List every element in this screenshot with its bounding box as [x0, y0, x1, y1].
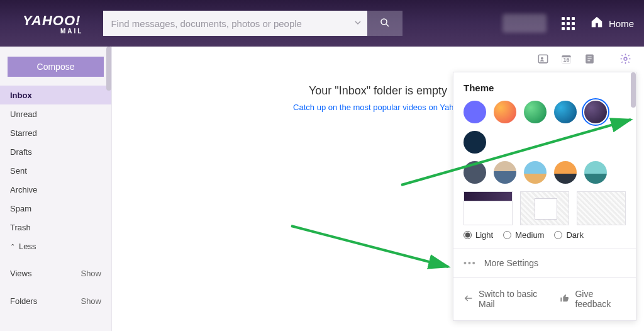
sidebar-item-label: Archive [10, 185, 37, 194]
sidebar-section-label: Views [10, 269, 31, 278]
sidebar-item-starred[interactable]: Starred [0, 123, 111, 142]
sidebar-folders-section: Folders Show [0, 291, 111, 311]
sidebar-less-label: Less [19, 242, 36, 251]
annotation-arrow [288, 223, 458, 273]
theme-swatch[interactable] [464, 131, 486, 154]
sidebar-folders-show[interactable]: Show [80, 296, 101, 306]
calendar-badge: 16 [560, 57, 572, 63]
logo-sub-text: MAIL [60, 28, 83, 35]
theme-swatch[interactable] [554, 101, 577, 123]
search-input[interactable] [103, 11, 348, 36]
sidebar-item-spam[interactable]: Spam [0, 199, 111, 218]
theme-swatch-image[interactable] [494, 161, 516, 184]
more-settings-label: More Settings [484, 258, 538, 268]
layout-preview-light[interactable] [464, 191, 513, 225]
sidebar-item-label: Trash [10, 223, 31, 232]
app-body: Compose Inbox Unread Starred Drafts Sent… [0, 47, 644, 331]
chevron-down-icon [355, 20, 361, 27]
search-button[interactable] [367, 11, 402, 36]
theme-heading: Theme [464, 82, 626, 93]
logo-main-text: YAHOO! [23, 13, 80, 29]
right-icon-bar: 16 [537, 53, 631, 65]
search-box [103, 11, 402, 36]
switch-basic-label: Switch to basic Mail [479, 289, 548, 309]
radio-label: Light [475, 230, 493, 240]
sidebar: Compose Inbox Unread Starred Drafts Sent… [0, 47, 112, 331]
theme-swatch[interactable] [494, 101, 516, 123]
search-icon [379, 17, 391, 30]
radio-label: Dark [566, 230, 583, 240]
sidebar-item-label: Inbox [10, 91, 32, 100]
theme-layout-previews [464, 191, 626, 225]
sidebar-section-label: Folders [10, 296, 37, 306]
layout-preview-medium[interactable] [520, 191, 569, 225]
chevron-up-icon: ⌃ [10, 243, 15, 250]
sidebar-views-section: Views Show [0, 263, 111, 283]
theme-swatch[interactable] [524, 101, 547, 123]
compose-button[interactable]: Compose [8, 57, 104, 77]
sidebar-item-label: Sent [10, 166, 27, 176]
home-label: Home [609, 18, 634, 29]
sidebar-item-drafts[interactable]: Drafts [0, 142, 111, 161]
switch-basic-mail[interactable]: Switch to basic Mail [464, 289, 548, 309]
theme-swatch-image[interactable] [524, 161, 547, 184]
panel-scrollbar[interactable] [631, 72, 636, 108]
theme-swatch-image[interactable] [584, 161, 607, 184]
user-account-avatar[interactable] [502, 14, 547, 33]
home-link[interactable]: Home [590, 15, 634, 31]
svg-point-3 [541, 57, 543, 60]
svg-line-1 [387, 24, 389, 26]
sidebar-item-archive[interactable]: Archive [0, 180, 111, 199]
theme-swatch-image[interactable] [554, 161, 577, 184]
theme-swatch[interactable] [464, 161, 486, 184]
yahoo-mail-logo[interactable]: YAHOO! MAIL [23, 13, 83, 35]
sidebar-item-label: Unread [10, 109, 37, 119]
settings-panel: Theme [453, 72, 636, 321]
home-icon [590, 15, 604, 31]
theme-swatch[interactable] [464, 101, 486, 123]
app-header: YAHOO! MAIL Home [0, 0, 644, 47]
svg-point-0 [381, 19, 387, 25]
sidebar-scrollbar[interactable] [106, 47, 111, 91]
notes-icon[interactable] [584, 53, 596, 65]
sidebar-item-trash[interactable]: Trash [0, 218, 111, 237]
arrow-left-icon [464, 293, 474, 305]
sidebar-item-inbox[interactable]: Inbox [0, 86, 111, 104]
calendar-icon[interactable]: 16 [560, 53, 572, 65]
sidebar-item-unread[interactable]: Unread [0, 104, 111, 123]
svg-line-12 [291, 226, 448, 267]
theme-mode-dark[interactable]: Dark [554, 230, 583, 240]
theme-mode-medium[interactable]: Medium [503, 230, 544, 240]
thumbs-up-icon [560, 293, 570, 305]
theme-mode-light[interactable]: Light [464, 230, 493, 240]
sidebar-item-sent[interactable]: Sent [0, 161, 111, 180]
sidebar-item-label: Drafts [10, 147, 32, 157]
contacts-icon[interactable] [537, 53, 549, 65]
svg-point-10 [624, 57, 627, 60]
radio-label: Medium [515, 230, 544, 240]
feedback-label: Give feedback [575, 289, 626, 309]
give-feedback[interactable]: Give feedback [560, 289, 626, 309]
layout-preview-dark[interactable] [577, 191, 626, 225]
sidebar-item-label: Spam [10, 204, 31, 213]
main-content: 16 Your "Inbox" folder is empty Catch up… [112, 47, 644, 331]
more-icon: ••• [464, 258, 477, 268]
search-scope-dropdown[interactable] [348, 11, 367, 36]
theme-mode-radios: Light Medium Dark [464, 230, 626, 240]
settings-gear-icon[interactable] [619, 53, 631, 65]
apps-menu-icon[interactable] [562, 17, 575, 30]
header-right: Home [502, 14, 634, 33]
more-settings-link[interactable]: ••• More Settings [453, 249, 636, 277]
theme-swatch-selected[interactable] [584, 101, 607, 123]
sidebar-less-toggle[interactable]: ⌃ Less [0, 237, 111, 255]
theme-swatches-row1 [464, 101, 626, 154]
sidebar-item-label: Starred [10, 128, 37, 138]
panel-footer: Switch to basic Mail Give feedback [453, 277, 636, 320]
theme-swatches-row2 [464, 161, 626, 184]
sidebar-views-show[interactable]: Show [80, 269, 101, 278]
